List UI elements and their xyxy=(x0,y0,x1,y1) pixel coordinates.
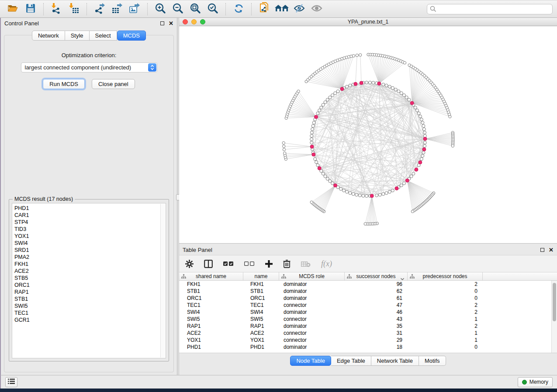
tab-motifs[interactable]: Motifs xyxy=(419,356,446,366)
mcds-result-item[interactable]: ACE2 xyxy=(14,268,159,275)
table-scrollbar-thumb[interactable] xyxy=(553,283,556,321)
save-session-button[interactable] xyxy=(23,2,38,16)
table-row[interactable]: TEC1TEC1connector472 xyxy=(179,302,551,309)
float-panel-icon[interactable] xyxy=(160,21,164,25)
table-cell: RAP1 xyxy=(243,323,279,330)
toolbar-separator xyxy=(251,3,252,15)
task-history-button[interactable] xyxy=(5,377,17,387)
table-row[interactable]: FKH1FKH1dominator962 xyxy=(179,281,551,288)
table-cell: connector xyxy=(279,302,345,309)
first-neighbors-button[interactable] xyxy=(274,2,289,16)
tab-style[interactable]: Style xyxy=(65,31,90,41)
table-row[interactable]: ACE2ACE2connector311 xyxy=(179,330,551,337)
network-canvas[interactable] xyxy=(179,26,557,243)
run-mcds-button[interactable]: Run MCDS xyxy=(43,79,85,89)
mcds-result-item[interactable]: FKH1 xyxy=(14,261,159,268)
table-cell: dominator xyxy=(279,281,345,288)
deselect-all-button[interactable] xyxy=(244,261,255,266)
column-tree-icon xyxy=(347,274,352,280)
mcds-result-item[interactable]: STB1 xyxy=(14,296,159,303)
column-header-shared-name[interactable]: shared name xyxy=(179,272,243,280)
tab-mcds[interactable]: MCDS xyxy=(117,31,146,41)
close-panel-button[interactable]: Close panel xyxy=(92,79,135,89)
column-header-successor-nodes[interactable]: successor nodes xyxy=(345,272,408,280)
tab-node-table[interactable]: Node Table xyxy=(290,356,331,366)
mcds-result-item[interactable]: SWI5 xyxy=(14,303,159,309)
mcds-result-item[interactable]: STP4 xyxy=(14,219,159,226)
export-network-button[interactable] xyxy=(92,2,107,16)
close-table-panel-icon[interactable]: ✕ xyxy=(549,247,554,253)
table-cell: TEC1 xyxy=(243,302,279,309)
delete-column-button[interactable] xyxy=(283,259,291,268)
zoom-out-button[interactable] xyxy=(170,2,185,16)
table-cell: 35 xyxy=(345,323,408,330)
table-cell: 2 xyxy=(408,323,483,330)
new-network-from-selection-button[interactable] xyxy=(257,2,272,16)
table-row[interactable]: STB1STB1dominator620 xyxy=(179,288,551,295)
hide-selected-button[interactable] xyxy=(292,2,307,16)
show-column-panel-button[interactable] xyxy=(204,260,213,268)
table-row[interactable]: ORC1ORC1dominator610 xyxy=(179,295,551,302)
table-cell: 2 xyxy=(408,302,483,309)
function-builder-button[interactable]: f(x) xyxy=(321,259,332,268)
toolbar-separator xyxy=(43,3,44,15)
zoom-fit-button[interactable] xyxy=(188,2,203,16)
table-row[interactable]: SWI5SWI5connector431 xyxy=(179,316,551,323)
import-network-button[interactable] xyxy=(49,2,64,16)
refresh-icon xyxy=(233,3,244,15)
zoom-selected-button[interactable] xyxy=(205,2,220,16)
export-table-button[interactable] xyxy=(110,2,125,16)
table-cell: 0 xyxy=(408,288,483,295)
tab-network[interactable]: Network xyxy=(32,31,65,41)
import-table-button[interactable] xyxy=(66,2,81,16)
tab-network-table[interactable]: Network Table xyxy=(371,356,419,366)
float-table-panel-icon[interactable] xyxy=(540,248,544,252)
table-cell: 1 xyxy=(408,330,483,337)
mcds-result-item[interactable]: ORC1 xyxy=(14,282,159,289)
table-row[interactable]: PHD1PHD1dominator180 xyxy=(179,344,551,351)
tab-edge-table[interactable]: Edge Table xyxy=(331,356,371,366)
optimization-criterion-select[interactable]: largest connected component (undirected) xyxy=(21,62,157,72)
mcds-result-item[interactable]: PHD1 xyxy=(14,205,159,212)
select-all-button[interactable] xyxy=(223,261,234,266)
table-row[interactable]: RAP1RAP1dominator352 xyxy=(179,323,551,330)
mcds-result-item[interactable]: RAP1 xyxy=(14,289,159,296)
close-panel-icon[interactable]: ✕ xyxy=(169,21,173,26)
table-settings-button[interactable] xyxy=(185,260,194,268)
mcds-result-item[interactable]: SRD1 xyxy=(14,247,159,254)
column-header-mcds-role[interactable]: MCDS role xyxy=(279,272,345,280)
tab-select[interactable]: Select xyxy=(90,31,117,41)
zoom-in-button[interactable] xyxy=(153,2,168,16)
mcds-result-item[interactable]: STB5 xyxy=(14,275,159,282)
open-session-button[interactable] xyxy=(6,2,21,16)
mcds-result-item[interactable]: TEC1 xyxy=(14,309,159,316)
mcds-result-item[interactable]: PMA2 xyxy=(14,254,159,261)
mcds-result-list[interactable]: PHD1CAR1STP4TID3YOX1SWI4SRD1PMA2FKH1ACE2… xyxy=(12,203,166,358)
table-cell: 62 xyxy=(345,288,408,295)
search-input[interactable] xyxy=(427,4,553,14)
table-toolbar: f(x) xyxy=(179,255,557,272)
table-body: FKH1FKH1dominator962STB1STB1dominator620… xyxy=(179,281,551,353)
column-header-name[interactable]: name xyxy=(243,272,279,280)
table-scrollbar[interactable] xyxy=(551,281,557,353)
memory-label: Memory xyxy=(529,379,548,385)
export-image-icon xyxy=(129,3,140,15)
mcds-result-item[interactable]: YOX1 xyxy=(14,233,159,240)
show-all-button[interactable] xyxy=(309,2,324,16)
table-row[interactable]: SWI4SWI4dominator462 xyxy=(179,309,551,316)
delete-table-button[interactable] xyxy=(301,261,311,267)
table-cell: dominator xyxy=(279,288,345,295)
import-table-icon xyxy=(69,3,79,15)
export-image-button[interactable] xyxy=(127,2,142,16)
table-row[interactable]: YOX1YOX1connector291 xyxy=(179,337,551,344)
mcds-result-item[interactable]: CAR1 xyxy=(14,212,159,219)
mcds-result-item[interactable]: TID3 xyxy=(14,226,159,233)
create-column-button[interactable] xyxy=(265,260,273,268)
result-list-scrollbar[interactable] xyxy=(160,204,165,358)
mcds-result-item[interactable]: GCR1 xyxy=(14,316,159,323)
memory-button[interactable]: Memory xyxy=(518,377,553,387)
column-header-predecessor-nodes[interactable]: predecessor nodes xyxy=(408,272,483,280)
mcds-result-item[interactable]: SWI4 xyxy=(14,240,159,247)
refresh-view-button[interactable] xyxy=(231,2,246,16)
optimization-criterion-label: Optimization criterion: xyxy=(4,52,173,58)
